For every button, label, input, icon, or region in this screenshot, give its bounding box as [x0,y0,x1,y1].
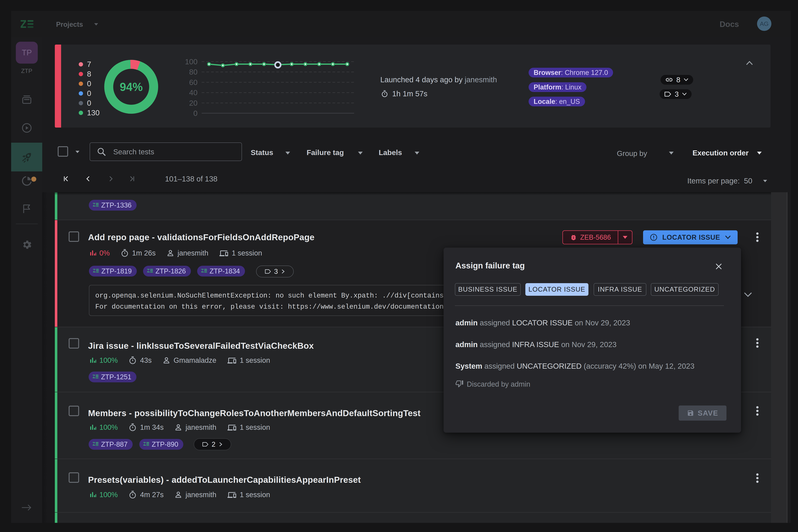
svg-text:40: 40 [189,89,198,97]
svg-text:94%: 94% [120,80,143,93]
svg-text:100: 100 [185,57,198,66]
svg-text:0: 0 [193,109,198,117]
svg-text:60: 60 [189,78,198,87]
svg-text:80: 80 [189,68,198,76]
svg-text:20: 20 [189,99,198,107]
